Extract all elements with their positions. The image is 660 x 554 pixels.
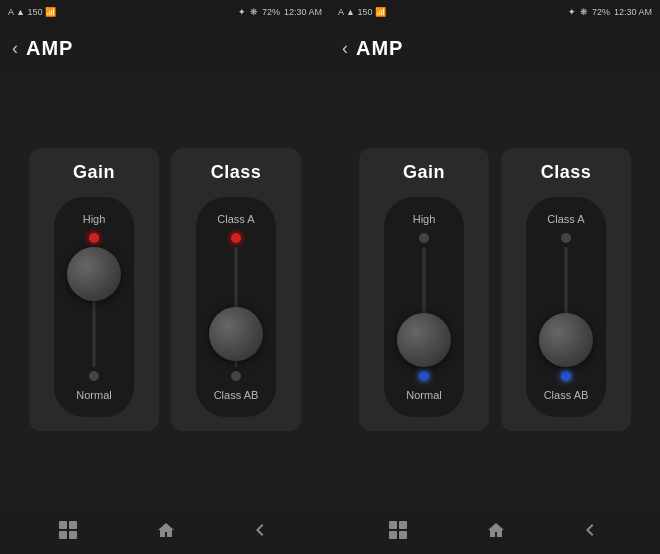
apps-button-left[interactable] bbox=[59, 521, 77, 539]
class-top-option-right: Class A bbox=[547, 213, 584, 225]
gain-top-option-left: High bbox=[83, 213, 106, 225]
phone-panel-right: A ▲ 150 📶 ✦ ❋ 72% 12:30 AM ‹ AMP Gain Hi… bbox=[330, 0, 660, 554]
class-slider-left[interactable]: Class A Class AB bbox=[196, 197, 276, 417]
gain-dot-bottom-right bbox=[419, 371, 429, 381]
status-bar-right: A ▲ 150 📶 ✦ ❋ 72% 12:30 AM bbox=[330, 0, 660, 24]
class-dot-top-right bbox=[561, 233, 571, 243]
bottom-nav-right bbox=[330, 506, 660, 554]
bluetooth-icon-left: ❋ bbox=[250, 7, 258, 17]
status-text-right: A ▲ 150 bbox=[338, 7, 372, 17]
class-knob-left[interactable] bbox=[209, 307, 263, 361]
gain-top-option-right: High bbox=[413, 213, 436, 225]
gain-dot-top-left bbox=[89, 233, 99, 243]
back-button-nav-left[interactable] bbox=[255, 523, 271, 537]
status-left-left: A ▲ 150 📶 bbox=[8, 7, 56, 17]
status-right-left: ✦ ❋ 72% 12:30 AM bbox=[238, 7, 322, 17]
gain-bottom-option-right: Normal bbox=[406, 389, 441, 401]
battery-text-left: 72% bbox=[262, 7, 280, 17]
gain-label-right: Gain bbox=[403, 162, 445, 183]
class-dot-top-left bbox=[231, 233, 241, 243]
class-dot-bottom-right bbox=[561, 371, 571, 381]
class-card-right: Class Class A Class AB bbox=[501, 148, 631, 431]
gain-dot-bottom-left bbox=[89, 371, 99, 381]
class-card-left: Class Class A Class AB bbox=[171, 148, 301, 431]
gain-knob-right[interactable] bbox=[397, 313, 451, 367]
apps-button-right[interactable] bbox=[389, 521, 407, 539]
gain-bottom-option-left: Normal bbox=[76, 389, 111, 401]
page-title-left: AMP bbox=[26, 37, 73, 60]
main-content-left: Gain High Normal Class Class A bbox=[0, 72, 330, 506]
gain-dot-top-right bbox=[419, 233, 429, 243]
class-top-option-left: Class A bbox=[217, 213, 254, 225]
class-bottom-option-left: Class AB bbox=[214, 389, 259, 401]
gain-knob-left[interactable] bbox=[67, 247, 121, 301]
gain-card-right: Gain High Normal bbox=[359, 148, 489, 431]
class-bottom-option-right: Class AB bbox=[544, 389, 589, 401]
status-right-right: ✦ ❋ 72% 12:30 AM bbox=[568, 7, 652, 17]
battery-text-right: 72% bbox=[592, 7, 610, 17]
time-left: 12:30 AM bbox=[284, 7, 322, 17]
gain-slider-right[interactable]: High Normal bbox=[384, 197, 464, 417]
home-button-left[interactable] bbox=[156, 521, 176, 539]
time-right: 12:30 AM bbox=[614, 7, 652, 17]
bluetooth-icon-right: ❋ bbox=[580, 7, 588, 17]
status-left-right: A ▲ 150 📶 bbox=[338, 7, 386, 17]
back-button-left[interactable]: ‹ bbox=[12, 38, 18, 59]
home-button-right[interactable] bbox=[486, 521, 506, 539]
page-title-right: AMP bbox=[356, 37, 403, 60]
signal-icon-right: ✦ bbox=[568, 7, 576, 17]
gain-card-left: Gain High Normal bbox=[29, 148, 159, 431]
gain-slider-left[interactable]: High Normal bbox=[54, 197, 134, 417]
header-left: ‹ AMP bbox=[0, 24, 330, 72]
main-content-right: Gain High Normal Class Class A bbox=[330, 72, 660, 506]
class-dot-bottom-left bbox=[231, 371, 241, 381]
class-label-right: Class bbox=[541, 162, 592, 183]
status-bar-left: A ▲ 150 📶 ✦ ❋ 72% 12:30 AM bbox=[0, 0, 330, 24]
bottom-nav-left bbox=[0, 506, 330, 554]
back-button-nav-right[interactable] bbox=[585, 523, 601, 537]
class-slider-right[interactable]: Class A Class AB bbox=[526, 197, 606, 417]
signal-icon-left: ✦ bbox=[238, 7, 246, 17]
class-label-left: Class bbox=[211, 162, 262, 183]
wifi-icon-right: 📶 bbox=[375, 7, 386, 17]
phone-panel-left: A ▲ 150 📶 ✦ ❋ 72% 12:30 AM ‹ AMP Gain Hi… bbox=[0, 0, 330, 554]
class-knob-right[interactable] bbox=[539, 313, 593, 367]
status-text-left: A ▲ 150 bbox=[8, 7, 42, 17]
header-right: ‹ AMP bbox=[330, 24, 660, 72]
gain-label-left: Gain bbox=[73, 162, 115, 183]
wifi-icon-left: 📶 bbox=[45, 7, 56, 17]
back-button-right[interactable]: ‹ bbox=[342, 38, 348, 59]
